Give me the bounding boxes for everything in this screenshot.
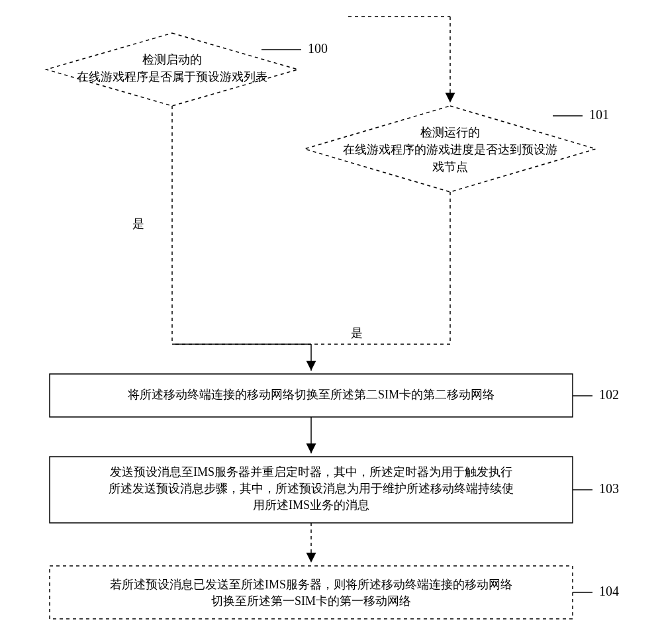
yes-label-100: 是 [132,217,144,230]
process-104: 若所述预设消息已发送至所述IMS服务器，则将所述移动终端连接的移动网络 切换至所… [50,566,573,619]
decision-101-line3: 戏节点 [432,160,468,173]
decision-101-line2: 在线游戏程序的游戏进度是否达到预设游 [343,143,557,156]
decision-100: 检测启动的 在线游戏程序是否属于预设游戏列表 [46,33,298,106]
yes-label-101: 是 [351,326,363,340]
decision-101-line1: 检测运行的 [420,126,480,139]
process-102-line1: 将所述移动终端连接的移动网络切换至所述第二SIM卡的第二移动网络 [127,388,495,401]
svg-marker-0 [46,33,298,106]
process-104-line2: 切换至所述第一SIM卡的第一移动网络 [211,594,411,608]
decision-100-line2: 在线游戏程序是否属于预设游戏列表 [77,70,267,83]
decision-101: 检测运行的 在线游戏程序的游戏进度是否达到预设游 戏节点 [305,106,596,192]
process-104-line1: 若所述预设消息已发送至所述IMS服务器，则将所述移动终端连接的移动网络 [110,578,512,591]
process-103-line2: 所述发送预设消息步骤，其中，所述预设消息为用于维护所述移动终端持续使 [109,482,514,495]
step-number-100: 100 [308,41,328,56]
step-number-101: 101 [589,107,609,122]
step-number-102: 102 [599,387,619,402]
process-103: 发送预设消息至IMS服务器并重启定时器，其中，所述定时器为用于触发执行 所述发送… [50,457,573,523]
svg-rect-4 [50,566,573,619]
process-103-line3: 用所述IMS业务的消息 [253,498,369,512]
step-number-104: 104 [599,584,619,598]
decision-100-line1: 检测启动的 [142,53,202,66]
step-number-103: 103 [599,481,619,496]
process-103-line1: 发送预设消息至IMS服务器并重启定时器，其中，所述定时器为用于触发执行 [110,465,512,479]
process-102: 将所述移动终端连接的移动网络切换至所述第二SIM卡的第二移动网络 [50,374,573,417]
flowchart: 检测启动的 在线游戏程序是否属于预设游戏列表 100 检测运行的 在线游戏程序的… [0,0,662,644]
